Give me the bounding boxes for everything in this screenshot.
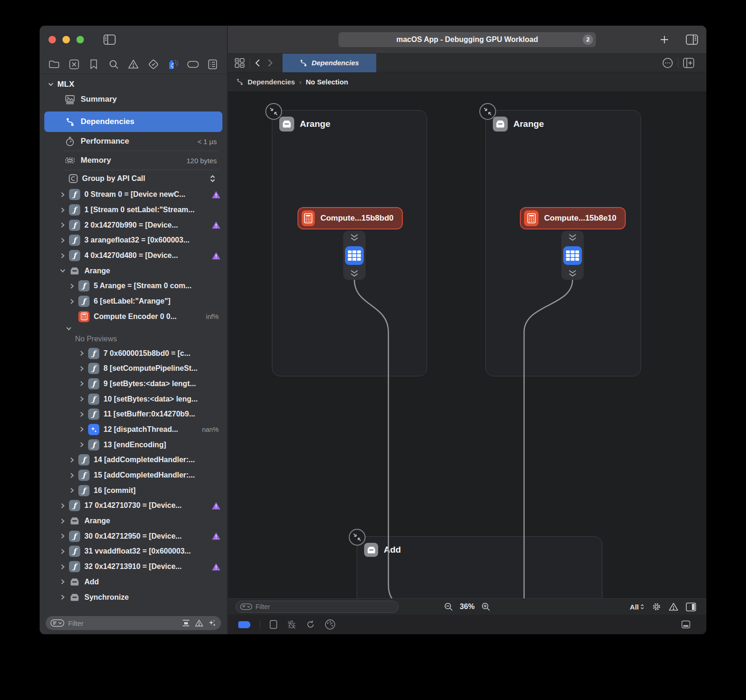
tree-row[interactable]: 12 [dispatchThread...nan% — [40, 422, 227, 437]
scope-dropdown[interactable]: All — [630, 603, 644, 611]
forward-chevron-icon[interactable] — [268, 59, 273, 67]
tree-row[interactable]: ƒ15 [addCompletedHandler:... — [40, 468, 227, 483]
bookmark-icon[interactable] — [86, 57, 102, 71]
chevron-right-icon[interactable] — [61, 207, 65, 213]
filter-oval-icon[interactable] — [240, 603, 252, 610]
frame-outline-icon[interactable] — [269, 620, 277, 629]
xmark-square-icon[interactable] — [66, 57, 82, 71]
selected-region-capsule[interactable] — [238, 621, 250, 628]
buffer-grid-icon[interactable] — [563, 246, 582, 265]
chevron-right-icon[interactable] — [61, 253, 65, 259]
flatten-icon[interactable] — [182, 619, 190, 627]
chevron-right-icon[interactable] — [80, 366, 84, 372]
collapse-group-icon[interactable] — [479, 103, 496, 120]
debug-bug-icon[interactable] — [287, 620, 297, 629]
sidebar-item-summary[interactable]: Summary — [40, 90, 227, 109]
breadcrumb-first[interactable]: Dependencies — [248, 78, 295, 86]
chevron-right-icon[interactable] — [61, 564, 65, 570]
filter-oval-icon[interactable] — [50, 619, 64, 627]
add-editor-icon[interactable] — [683, 58, 694, 68]
chevron-right-icon[interactable] — [70, 487, 74, 493]
inspector-panel-icon[interactable] — [686, 603, 696, 611]
tree-row[interactable]: Compute Encoder 0 0...inf% — [40, 309, 227, 325]
canvas-filter-field[interactable]: Filter — [235, 601, 399, 613]
folder-icon[interactable] — [46, 57, 62, 71]
group-add[interactable]: Add — [357, 536, 602, 598]
sidebar-item-performance[interactable]: Performance< 1 µs — [40, 132, 227, 151]
tree-row[interactable]: ƒ1 [Stream 0 setLabel:"Stream... — [40, 202, 227, 218]
warning-filter-icon[interactable] — [669, 603, 678, 611]
tree-row[interactable]: ƒ32 0x142713910 = [Device... — [40, 559, 227, 575]
chevron-right-icon[interactable] — [70, 298, 74, 305]
warning-filter-icon[interactable] — [195, 619, 203, 627]
sparkles-icon[interactable] — [208, 619, 216, 627]
tree-row[interactable]: ƒ10 [setBytes:<data> leng... — [40, 391, 227, 407]
tree-row[interactable]: ƒ2 0x14270b990 = [Device... — [40, 217, 227, 233]
collapse-group-icon[interactable] — [265, 103, 282, 120]
chevron-right-icon[interactable] — [80, 411, 84, 417]
tree-row[interactable]: Add — [40, 575, 227, 590]
tree-row[interactable]: ƒ5 Arange = [Stream 0 com... — [40, 278, 227, 294]
process-header[interactable]: MLX — [40, 79, 227, 90]
session-tab[interactable]: macOS App - Debugging GPU Workload 2 — [338, 32, 596, 47]
performance-gauge-icon[interactable] — [325, 619, 336, 630]
tree-row[interactable]: ƒ8 [setComputePipelineSt... — [40, 361, 227, 376]
tree-row[interactable]: ƒ3 arangefloat32 = [0x600003... — [40, 233, 227, 248]
tree-row[interactable]: ƒ6 [setLabel:"Arange"] — [40, 294, 227, 309]
resource-pill-2[interactable] — [561, 231, 584, 280]
tree-row[interactable]: ƒ13 [endEncoding] — [40, 437, 227, 452]
dependency-graph-canvas[interactable]: Arange Arange — [228, 92, 706, 598]
tree-row[interactable]: ƒ9 [setBytes:<data> lengt... — [40, 376, 227, 392]
tree-row[interactable]: ƒ14 [addCompletedHandler:... — [40, 452, 227, 468]
chevron-right-icon[interactable] — [61, 548, 65, 554]
tree-row[interactable]: ƒ16 [commit] — [40, 483, 227, 498]
group-by-api-call[interactable]: Group by API Call — [40, 170, 227, 187]
chevron-right-icon[interactable] — [61, 237, 65, 243]
tree-row[interactable]: ƒ4 0x14270d480 = [Device... — [40, 248, 227, 263]
close-button[interactable] — [48, 36, 56, 43]
chevron-right-icon[interactable] — [80, 396, 84, 402]
chevron-right-icon[interactable] — [61, 579, 65, 585]
tree-row[interactable]: ƒ0 Stream 0 = [Device newC... — [40, 187, 227, 202]
sidebar-toggle-icon[interactable] — [104, 35, 116, 45]
tree-row[interactable]: ƒ7 0x6000015b8bd0 = [c... — [40, 346, 227, 361]
editor-layout-icon[interactable] — [686, 35, 698, 45]
refresh-icon[interactable] — [306, 620, 315, 629]
capsule-tag-icon[interactable] — [185, 57, 201, 71]
previews-expander[interactable] — [40, 324, 227, 333]
tree-row[interactable]: Synchronize — [40, 589, 227, 605]
gear-icon[interactable] — [652, 602, 661, 611]
tab-overview-icon[interactable] — [235, 58, 245, 68]
chevron-right-icon[interactable] — [80, 442, 84, 448]
chevron-right-icon[interactable] — [80, 350, 84, 356]
chevron-right-icon[interactable] — [61, 533, 65, 539]
buffer-grid-icon[interactable] — [345, 246, 364, 265]
chevron-right-icon[interactable] — [61, 222, 65, 228]
more-circle-icon[interactable] — [662, 57, 673, 69]
breadcrumb[interactable]: Dependencies › No Selection — [228, 72, 706, 92]
tab-dependencies[interactable]: Dependencies — [283, 54, 376, 72]
compute-encoder-node-1[interactable]: Compute...15b8bd0 — [297, 207, 403, 229]
chevron-right-icon[interactable] — [70, 472, 74, 478]
search-icon[interactable] — [106, 57, 122, 71]
add-tab-icon[interactable] — [660, 35, 669, 44]
zoom-button[interactable] — [76, 36, 84, 43]
tree-row[interactable]: Arange — [40, 263, 227, 278]
chevron-right-icon[interactable] — [80, 426, 84, 432]
chevron-right-icon[interactable] — [80, 381, 84, 387]
tree-row[interactable]: ƒ17 0x142710730 = [Device... — [40, 498, 227, 513]
chevron-down-icon[interactable] — [60, 269, 66, 273]
chevron-down-icon[interactable] — [66, 326, 72, 331]
issues-warning-icon[interactable] — [125, 57, 141, 71]
chevron-right-icon[interactable] — [70, 457, 74, 463]
spray-bottle-icon[interactable] — [165, 57, 181, 71]
test-diamond-icon[interactable] — [145, 57, 161, 71]
chevron-right-icon[interactable] — [61, 594, 65, 600]
sidebar-item-memory[interactable]: Memory120 bytes — [40, 151, 227, 170]
minimize-button[interactable] — [62, 36, 70, 43]
tree-row[interactable]: ƒ31 vvaddfloat32 = [0x600003... — [40, 544, 227, 559]
chevron-right-icon[interactable] — [70, 283, 74, 289]
sidebar-item-dependencies[interactable]: Dependencies — [44, 111, 222, 132]
chevron-right-icon[interactable] — [61, 503, 65, 509]
tree-row[interactable]: ƒ11 [setBuffer:0x14270b9... — [40, 407, 227, 422]
